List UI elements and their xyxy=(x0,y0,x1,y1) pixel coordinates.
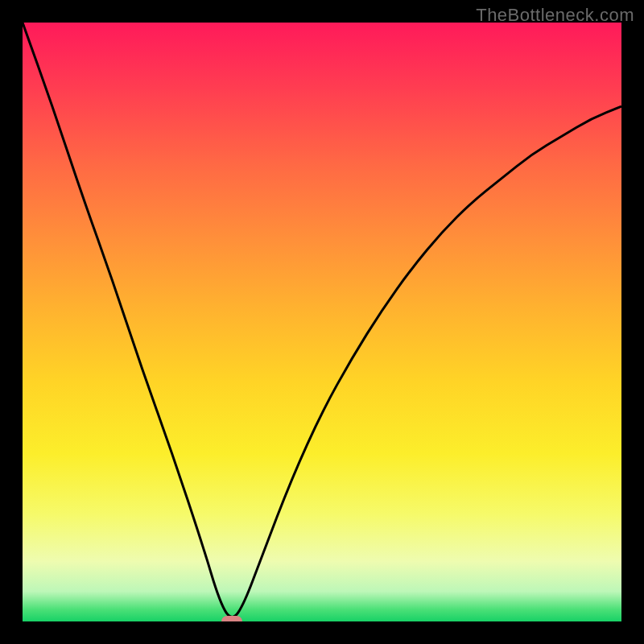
watermark-label: TheBottleneck.com xyxy=(476,5,634,26)
chart-canvas xyxy=(23,23,621,621)
optimal-point-marker xyxy=(221,616,242,621)
bottleneck-curve xyxy=(23,23,621,617)
curve-svg xyxy=(23,23,621,621)
